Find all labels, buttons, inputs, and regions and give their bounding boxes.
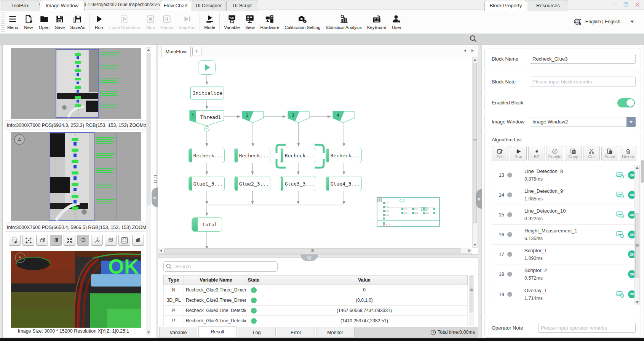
algorithm-edit-button[interactable]: Edit [492, 146, 508, 161]
algorithm-run-button[interactable]: Run [510, 146, 527, 161]
open-button[interactable]: Open [36, 13, 52, 30]
flow-node-thread1[interactable]: 1 Thread1 [190, 110, 224, 131]
flow-tabs-next-button[interactable] [470, 48, 475, 53]
keyboard-button[interactable]: KeyBoard [364, 13, 389, 30]
solid-cube-button[interactable] [50, 235, 62, 246]
flow-minimap[interactable] [377, 197, 439, 226]
view-button[interactable]: View [242, 13, 257, 30]
variable-row[interactable]: P Recheck_Glue3.Line_Detection_1.mi... (… [163, 316, 468, 326]
inspection-image-1[interactable] [11, 48, 141, 119]
crop-image-button[interactable] [9, 235, 21, 246]
flow-node-thread4[interactable]: 4 [333, 111, 354, 123]
axes-button[interactable]: zxy [91, 235, 103, 246]
flow-node-glue-3[interactable]: Glue3_3... [280, 176, 316, 191]
variable-row[interactable]: N Recheck_Glue3.Three_Dimension_I... 0 [163, 285, 468, 295]
user-button[interactable]: User [389, 13, 404, 30]
language-selector[interactable]: A English | English [573, 17, 634, 26]
flow-tabs-prev-button[interactable] [463, 48, 467, 53]
stop-button[interactable]: Stop [143, 13, 158, 30]
save-button[interactable]: Save [52, 13, 67, 30]
new-button[interactable]: New [21, 13, 36, 30]
menu-button[interactable]: Menu [5, 13, 21, 30]
algorithm-enable-button[interactable]: Enable [547, 146, 563, 161]
tab-flow-chart[interactable]: Flow Chart [160, 0, 191, 11]
algorithm-item[interactable]: 18 Scriptor_20.572ms OK [492, 264, 640, 284]
bottom-tab-monitor[interactable]: Monitor [316, 327, 354, 338]
enabled-block-toggle[interactable] [617, 98, 635, 107]
statistical-analysis-button[interactable]: Statistical Analysis [323, 13, 364, 30]
image-result-icon[interactable] [616, 231, 624, 238]
image-result-icon[interactable] [616, 171, 624, 179]
expand-right-panel-handle[interactable]: » [476, 189, 482, 209]
wire-cube-button[interactable] [36, 235, 48, 246]
flow-node-total[interactable]: total [192, 217, 222, 232]
fullscreen-button[interactable] [118, 235, 130, 246]
step-run-button[interactable]: StepRun [176, 13, 198, 30]
toolbar-grip[interactable] [1, 12, 5, 32]
scroll-down-arrow[interactable] [635, 300, 639, 305]
block-name-input[interactable] [530, 54, 636, 64]
scroll-right-arrow[interactable] [467, 248, 472, 253]
flow-node-recheck-1[interactable]: Recheck... [189, 148, 225, 163]
scroll-up-arrow[interactable] [473, 58, 477, 62]
flow-node-glue-4[interactable]: Glue4_3... [326, 176, 362, 191]
flow-vertical-scrollbar[interactable] [472, 57, 478, 248]
splitter-grip[interactable] [154, 175, 157, 183]
algorithm-item[interactable]: 14 Line_Detection_91.085ms OK [492, 185, 640, 205]
restore-button[interactable] [622, 2, 631, 8]
variable-search-input[interactable] [163, 261, 278, 272]
tab-ui-designer[interactable]: UI Designer [192, 0, 225, 11]
calibration-setting-button[interactable]: Calibration Setting [282, 13, 323, 30]
shaded-cube-button[interactable] [132, 235, 144, 246]
algorithm-cut-button[interactable]: Cut [583, 146, 600, 161]
collapse-view-button[interactable] [64, 235, 75, 246]
search-flow-button[interactable] [469, 35, 478, 45]
scroll-up-arrow[interactable] [635, 165, 639, 170]
algorithm-copy-button[interactable]: Copy [565, 146, 582, 161]
operator-note-input[interactable] [538, 323, 636, 333]
point-select-button[interactable] [22, 235, 34, 246]
image-window-select[interactable]: Image Window2 [530, 117, 636, 127]
pause-button[interactable]: Pause [158, 13, 176, 30]
flow-canvas[interactable]: 1 Thread1 2 3 [158, 57, 472, 248]
tab-toolbox[interactable]: ToolBox [1, 0, 39, 11]
flow-node-recheck-2[interactable]: Recheck... [234, 148, 270, 163]
flow-node-initialize[interactable]: Initialize [190, 86, 224, 100]
bottom-tab-log[interactable]: Log [238, 327, 276, 338]
tab-resources[interactable]: Resources [528, 0, 568, 11]
inspection-image-2[interactable]: 4 [11, 132, 141, 221]
tab-ui-script[interactable]: UI Script [226, 0, 258, 11]
save-as-button[interactable]: SaveAs [67, 13, 88, 30]
scroll-up-arrow[interactable] [146, 48, 151, 52]
flow-node-start[interactable] [198, 60, 216, 75]
image-result-icon[interactable] [616, 291, 624, 298]
left-panel-scrollbar[interactable] [146, 47, 151, 335]
hardware-button[interactable]: Hardware [257, 13, 282, 30]
bottom-tab-result[interactable]: Result [198, 326, 237, 338]
bottom-tab-error[interactable]: Error [277, 327, 315, 338]
algorithm-paste-button[interactable]: Paste [601, 146, 618, 161]
algorithm-item[interactable]: 13 Line_Detection_80.878ms OK [492, 165, 640, 185]
algorithm-item[interactable]: 15 Line_Detection_100.922ms OK [492, 205, 640, 225]
sphere-cube-button[interactable] [105, 235, 117, 246]
algorithm-list-scrollbar[interactable] [634, 165, 640, 305]
collapse-left-panel-handle[interactable]: « [152, 187, 158, 207]
algorithm-item[interactable]: 16 Height_Measurement_16.135ms OK [492, 225, 640, 245]
flow-node-glue-1[interactable]: Glue1_3... [189, 176, 225, 191]
minimize-button[interactable] [611, 2, 620, 8]
scroll-left-arrow[interactable] [159, 248, 163, 253]
algorithm-item[interactable]: 17 Scriptor_11.092ms OK [492, 245, 640, 264]
image-result-icon[interactable] [616, 211, 624, 218]
point-cloud-image[interactable]: 5 OK [11, 251, 141, 328]
scroll-down-arrow[interactable] [146, 330, 151, 335]
block-note-input[interactable] [530, 77, 636, 86]
flow-node-recheck-4[interactable]: Recheck... [326, 148, 362, 163]
bottom-tab-variable[interactable]: Variable [159, 327, 197, 338]
right-panel-scrollbar[interactable] [641, 160, 644, 183]
algorithm-bp-button[interactable]: BP [528, 146, 545, 161]
flow-horizontal-scrollbar[interactable] [158, 248, 472, 254]
flow-node-thread2[interactable]: 2 [242, 111, 264, 123]
variable-row[interactable]: 3D_PL Recheck_Glue3.Three_Dimension_I...… [163, 295, 468, 306]
local-operation-button[interactable]: Local Operation [107, 13, 143, 30]
scroll-down-arrow[interactable] [473, 243, 477, 247]
